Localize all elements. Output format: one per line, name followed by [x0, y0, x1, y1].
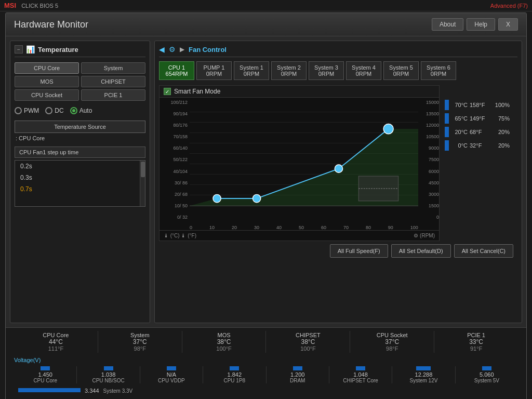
- fan-tabs: CPU 1 654RPM PUMP 1 0RPM System 1 0RPM S…: [159, 61, 517, 80]
- smart-fan-container: ✓ Smart Fan Mode 100/212 90/194 80/176 7…: [159, 85, 517, 241]
- curve-point-1[interactable]: [213, 194, 221, 202]
- tp-celsius-4: 0°C: [451, 142, 468, 149]
- system2-rpm: 0RPM: [277, 71, 301, 77]
- window-title: Hardware Monitor: [14, 19, 88, 30]
- fan-tab-cpu1[interactable]: CPU 1 654RPM: [159, 61, 194, 80]
- fan-tab-pump1[interactable]: PUMP 1 0RPM: [196, 61, 232, 80]
- step-item-07s[interactable]: 0.7s: [15, 183, 140, 195]
- temp-btn-cpu-core[interactable]: CPU Core: [15, 62, 79, 74]
- expand-button[interactable]: −: [15, 45, 23, 54]
- system2-label: System 2: [277, 64, 301, 71]
- tp-fahr-3: 68°F: [470, 129, 489, 135]
- volt-item-cpu-nb-soc: 1.038 CPU NB/SOC: [77, 366, 140, 383]
- temp-reading-cpu-core: CPU Core 44°C 111°F: [14, 331, 98, 353]
- tp-pct-2: 75%: [491, 115, 510, 122]
- temp-btn-system[interactable]: System: [81, 62, 145, 74]
- tp-fahr-4: 32°F: [470, 142, 489, 149]
- tp-celsius-3: 20°C: [451, 129, 468, 135]
- tp-bar-3: [445, 127, 449, 137]
- temp-reading-chipset: CHIPSET 38°C 100°F: [266, 331, 350, 353]
- pump1-label: PUMP 1: [202, 64, 226, 71]
- temp-reading-pcie1: PCIE 1 33°C 91°F: [434, 331, 518, 353]
- system5-rpm: 0RPM: [389, 71, 413, 77]
- temp-readings-row: CPU Core 44°C 111°F System 37°C 98°F MOS…: [14, 331, 518, 353]
- temp-btn-pcie1[interactable]: PCIE 1: [81, 89, 145, 101]
- title-bar: Hardware Monitor About Help X: [6, 13, 526, 36]
- all-set-default-button[interactable]: All Set Default(D): [391, 244, 451, 258]
- last-volt-name: System 3.3V: [103, 388, 133, 394]
- about-button[interactable]: About: [432, 18, 463, 31]
- chart-title-bar: ✓ Smart Fan Mode: [159, 86, 439, 98]
- fan-curve-chart[interactable]: [190, 98, 418, 220]
- back-arrow-icon: ◀: [159, 45, 165, 54]
- system1-label: System 1: [240, 64, 263, 71]
- tp-pct-4: 20%: [491, 142, 510, 149]
- action-buttons: All Full Speed(F) All Set Default(D) All…: [159, 241, 517, 261]
- tp-bar-2: [445, 113, 449, 124]
- temp-btn-chipset[interactable]: CHIPSET: [81, 76, 145, 87]
- auto-radio-circle: [70, 107, 77, 114]
- dc-radio[interactable]: DC: [45, 107, 63, 114]
- help-button[interactable]: Help: [467, 18, 495, 31]
- chart-area: ✓ Smart Fan Mode 100/212 90/194 80/176 7…: [159, 85, 440, 241]
- temp-btn-mos[interactable]: MOS: [15, 76, 79, 87]
- fan-tab-system4[interactable]: System 4 0RPM: [346, 61, 381, 80]
- temp-source-value: : CPU Core: [15, 135, 145, 141]
- auto-radio[interactable]: Auto: [70, 107, 92, 114]
- last-voltage-row: 3.344 System 3.3V: [14, 385, 518, 396]
- pwm-radio[interactable]: PWM: [15, 107, 39, 114]
- last-volt-value: 3.344: [85, 388, 99, 394]
- close-button[interactable]: X: [498, 18, 518, 31]
- fan-tab-system1[interactable]: System 1 0RPM: [234, 61, 269, 80]
- top-bar-title: CLICK BIOS 5: [21, 3, 490, 9]
- voltage-readings-row: 1.450 CPU Core 1.038 CPU NB/SOC N/A CPU …: [14, 366, 518, 383]
- tp-row-3: 20°C 68°F 20%: [445, 127, 517, 137]
- fan-tab-system2[interactable]: System 2 0RPM: [271, 61, 307, 80]
- all-set-cancel-button[interactable]: All Set Cancel(C): [454, 244, 513, 258]
- fan-control-header: ◀ ⚙ ▶ Fan Control: [159, 45, 517, 57]
- curve-point-4[interactable]: [383, 124, 393, 134]
- smart-fan-checkbox[interactable]: ✓: [164, 88, 171, 95]
- tp-fahr-1: 158°F: [470, 102, 489, 108]
- volt-item-dram: 1.200 DRAM: [267, 366, 329, 383]
- pwm-label: PWM: [24, 107, 39, 114]
- curve-point-2[interactable]: [252, 194, 260, 202]
- chart-footer: 🌡 (°C) 🌡 (°F) ⚙ (RPM): [159, 230, 439, 241]
- temperature-buttons: CPU Core System MOS CHIPSET CPU Socket P…: [15, 62, 145, 101]
- tp-row-4: 0°C 32°F 20%: [445, 140, 517, 151]
- tp-pct-1: 100%: [491, 102, 510, 108]
- smart-fan-title: Smart Fan Mode: [174, 88, 220, 95]
- title-buttons: About Help X: [432, 18, 518, 31]
- cpu1-label: CPU 1: [165, 64, 189, 71]
- temp-source-button[interactable]: Temperature Source: [15, 121, 145, 133]
- volt-item-cpu-core: 1.450 CPU Core: [14, 366, 77, 383]
- curve-point-3[interactable]: [335, 165, 342, 172]
- volt-item-chipset-core: 1.048 CHIPSET Core: [329, 366, 392, 383]
- all-full-speed-button[interactable]: All Full Speed(F): [330, 244, 388, 258]
- fan-icon: ⚙: [169, 45, 176, 54]
- fan-tab-system6[interactable]: System 6 0RPM: [421, 61, 456, 80]
- temperature-icon: 📊: [26, 45, 35, 54]
- temp-reading-cpu-socket: CPU Socket 37°C 98°F: [350, 331, 434, 353]
- system4-label: System 4: [352, 64, 376, 71]
- tp-row-1: 70°C 158°F 100%: [445, 100, 517, 110]
- fan-tab-system3[interactable]: System 3 0RPM: [309, 61, 344, 80]
- step-up-label: CPU Fan1 step up time: [15, 147, 145, 158]
- step-item-03s[interactable]: 0.3s: [15, 172, 140, 183]
- step-list[interactable]: 0.2s 0.3s 0.7s: [15, 160, 145, 207]
- system3-label: System 3: [314, 64, 338, 71]
- arrow-right-icon: ▶: [180, 46, 184, 53]
- temp-unit-label: 🌡 (°C) 🌡 (°F): [164, 233, 196, 238]
- temp-reading-system: System 37°C 98°F: [98, 331, 182, 353]
- step-item-02s[interactable]: 0.2s: [15, 161, 140, 172]
- tp-fahr-2: 149°F: [470, 115, 489, 122]
- fan-control-panel: ◀ ⚙ ▶ Fan Control CPU 1 654RPM PUMP 1 0R…: [154, 41, 522, 323]
- temperature-title: Temperature: [38, 46, 78, 54]
- volt-item-cpu-vddp: N/A CPU VDDP: [140, 366, 203, 383]
- fan-tab-system5[interactable]: System 5 0RPM: [383, 61, 419, 80]
- tp-row-2: 65°C 149°F 75%: [445, 113, 517, 124]
- temperature-panel-header: − 📊 Temperature: [15, 45, 145, 57]
- volt-item-system-12v: 12.288 System 12V: [392, 366, 455, 383]
- temp-btn-cpu-socket[interactable]: CPU Socket: [15, 89, 79, 101]
- dc-label: DC: [55, 107, 63, 114]
